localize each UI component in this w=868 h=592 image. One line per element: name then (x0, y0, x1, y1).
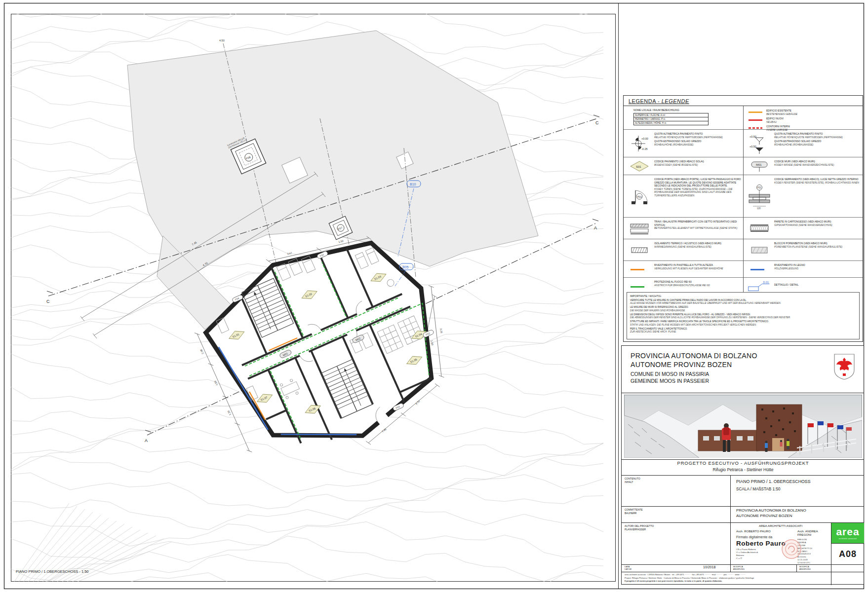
client-row: COMMITTENTE BAUHERR PROVINCIA AUTONOMA D… (622, 506, 865, 522)
authority-name: PROVINCIA AUTONOMA DI BOLZANO AUTONOME P… (631, 352, 757, 369)
digital-stamp-text: FREGONI ANDREA ORDINE ARCHITETTI DI BOLZ… (797, 538, 832, 564)
svg-text:F01: F01 (757, 186, 761, 189)
wall-code-oval-icon: M01 (747, 159, 772, 174)
legend-row-porenbeton: BLOCCHI PORENBETON (VEDI ABACO MURI) POR… (744, 239, 863, 261)
legend-row-floor-code: S01 CODICE PAVIMENTO (VEDI ABACO SOLAI) … (624, 157, 743, 175)
svg-text:-0.25: -0.25 (641, 148, 648, 150)
precast-beam-icon (627, 219, 652, 238)
authors-row: AUTORI DEL PROGETTO PLANVERFASSER AREA A… (622, 522, 865, 564)
svg-text:2.38: 2.38 (199, 349, 204, 355)
svg-text:C: C (595, 120, 599, 125)
title-block: PROVINCIA AUTONOMA DI BOLZANO AUTONOME P… (621, 345, 864, 585)
svg-text:M01: M01 (756, 163, 762, 166)
area-logo: area architetti associati (831, 523, 864, 543)
note-item: STRUTTURE ED IMPIANTI: FARE VERIFICA INC… (630, 320, 856, 326)
svg-text:1.50: 1.50 (430, 340, 434, 346)
level-cross-icon: +0.00 -0.25 (627, 131, 652, 156)
svg-text:1.20: 1.20 (227, 410, 232, 416)
round-stamp (781, 538, 802, 560)
content-value: PIANO PRIMO / 1. OBERGESCHOSS (736, 479, 811, 484)
blue-line-icon (750, 269, 764, 270)
svg-text:D.01: D.01 (763, 281, 769, 284)
svg-text:B05: B05 (402, 265, 409, 269)
svg-text:+0.50: +0.50 (750, 145, 756, 148)
coat-of-arms (833, 353, 856, 381)
plan-caption: PIANO PRIMO / 1.OBERGESCHOSS - 1:50 (16, 569, 89, 574)
svg-text:P01: P01 (637, 195, 642, 198)
legend-row-wall-code: M01 CODICE MURI (VEDI ABACO MURI) KODEX … (744, 157, 863, 175)
legend-row-level-raw: +0.50 +0.50 QUOTA ALTIMETRICA PAVIMENTO … (744, 130, 863, 157)
note-item: LE DIMENSIONI DEGLI INFISSI SONO RIFERIT… (630, 313, 856, 319)
yellow-line-icon (749, 111, 762, 113)
note-item: PER IL TRACCIAMENTO VALE L'ARCHITETTONIC… (630, 328, 856, 333)
date-value: 10/2018 (703, 565, 715, 569)
insulation-hatch-icon (627, 241, 652, 259)
svg-text:120: 120 (757, 207, 761, 210)
client-value: PROVINCIA AUTONOMA DI BOLZANO (736, 508, 806, 513)
revision-label: MODIFICAÄNDERUNG (799, 565, 811, 570)
legend-row-level-finished: +0.00 -0.25 QUOTA ALTIMETRICA PAVIMENTO … (624, 130, 743, 157)
floor-code-diamond-icon: S01 (627, 159, 652, 174)
svg-text:A: A (145, 438, 148, 443)
firm-name: AREA ARCHITETTI ASSOCIATI (731, 524, 830, 527)
revision-label: MODIFICAÄNDERUNG (733, 565, 745, 570)
legend-row-room-name: NOME LOCALE / RAUM BEZEICHNUNG SUPERFICI… (624, 106, 743, 130)
svg-text:+0.00: +0.00 (641, 137, 648, 140)
drywall-icon (747, 219, 772, 238)
svg-text:3.47: 3.47 (287, 251, 292, 255)
svg-text:4.50: 4.50 (213, 380, 218, 386)
legend-row-drywall: PARETE IN CARTONGESSO (VEDI ABACO MURI) … (744, 218, 863, 239)
level-triangle-icon: +0.50 +0.50 (747, 131, 772, 156)
building-rendering (624, 395, 862, 458)
orange-line-icon (631, 269, 644, 270)
window-plan-icon: F01 120 (747, 177, 772, 216)
svg-text:4.70: 4.70 (415, 400, 421, 405)
svg-text:A: A (594, 225, 597, 230)
fine-print: area architetti associati · I-39100 Bolz… (622, 572, 831, 585)
red-dashed-line-icon (749, 127, 762, 129)
date-label: DATADATUM (625, 565, 631, 570)
legend-row-window-code: F01 120 CODICE SERRAMENTO (VEDI ABACO), … (744, 175, 863, 218)
notes-box: IMPORTANTE / WICHTIG: VERIFICARE TUTTE L… (627, 292, 860, 339)
legend-row-precast-beam: TRAVI / BALAUSTRI PREFABBRICATI CON GETT… (624, 218, 743, 239)
room-name-box-icon: SUPERFICIE / FLÄCHE: A m² PERIMETRO / UM… (633, 113, 709, 125)
svg-text:B10: B10 (410, 183, 416, 186)
green-line-icon (631, 286, 644, 288)
note-item: LE MISURE DEI MURI SI RIFERISCONO AL GRE… (630, 306, 856, 312)
date-row: DATADATUM 10/2018 MODIFICAÄNDERUNG MODIF… (622, 564, 865, 572)
sheet-number: A08 (831, 549, 864, 559)
red-line-icon (749, 119, 762, 121)
legend-row-tiles: RIVESTIMENTO IN PIASTRELLE A TUTTA ALTEZ… (624, 261, 743, 278)
svg-text:1.50: 1.50 (338, 239, 344, 243)
architect-2: Arch. ANDREA FREGONI (797, 529, 832, 536)
legend-row-outlines: EDIFICIO ESISTENTEBESTEHENDES GEBÄUDE ED… (744, 106, 863, 130)
project-title: PROGETTO ESECUTIVO - AUSFÜHRUNGSPROJEKT … (622, 460, 865, 472)
legend-title: LEGENDA - LEGENDE (624, 96, 863, 106)
municipality-name: COMUNE DI MOSO IN PASSIRIA GEMEINDE MOOS… (631, 371, 757, 384)
svg-text:C: C (46, 299, 50, 304)
titleblock-header: PROVINCIA AUTONOMA DI BOLZANO AUTONOME P… (622, 346, 865, 393)
note-item: VERIFICARE TUTTE LE MISURE IN CANTIERE P… (630, 299, 856, 305)
legend-row-wood: RIVESTIMENTO IN LEGNO HOLZVERKLEIDUNG (744, 261, 863, 278)
svg-text:S01: S01 (636, 165, 641, 168)
legend-box: LEGENDA - LEGENDE NOME LOCALE / RAUM BEZ… (623, 95, 863, 342)
axis-dim: 4.50 (219, 39, 225, 42)
svg-text:7.45: 7.45 (381, 428, 387, 433)
legend-row-insulation: ISOLAMENTO TERMICO / ACUSTICO (VEDI ABAC… (624, 239, 743, 261)
svg-text:3.25: 3.25 (439, 328, 443, 333)
scale-value: SCALA / MAßSTAB 1:50 (736, 487, 811, 491)
porenbeton-hatch-icon (747, 241, 772, 259)
door-plan-icon: P01 (627, 177, 652, 216)
notes-heading: IMPORTANTE / WICHTIG: (630, 295, 856, 297)
architect-1: Arch. ROBERTO PAURO (736, 529, 790, 533)
content-row: CONTENUTO INHALT PIANO PRIMO / 1. OBERGE… (622, 475, 865, 506)
legend-row-door-code: P01 CODICE PORTA (VEDI ABACO PORTE), LUC… (624, 175, 743, 218)
